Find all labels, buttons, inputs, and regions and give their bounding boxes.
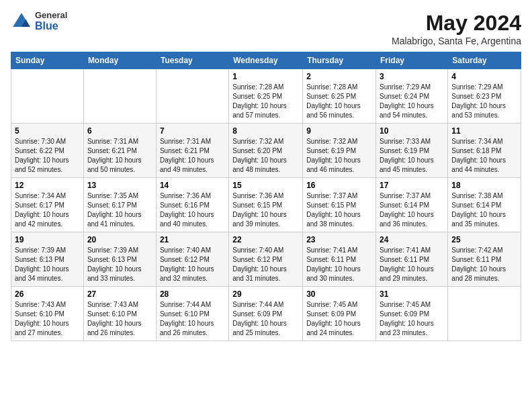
calendar-week-row: 19Sunrise: 7:39 AM Sunset: 6:13 PM Dayli…	[11, 232, 521, 287]
calendar-cell: 24Sunrise: 7:41 AM Sunset: 6:11 PM Dayli…	[376, 232, 448, 287]
calendar-cell: 5Sunrise: 7:30 AM Sunset: 6:22 PM Daylig…	[11, 124, 84, 178]
weekday-header: Thursday	[303, 52, 376, 69]
day-number: 28	[160, 289, 225, 299]
day-number: 6	[87, 126, 152, 136]
day-info: Sunrise: 7:31 AM Sunset: 6:21 PM Dayligh…	[160, 137, 225, 175]
calendar-cell: 19Sunrise: 7:39 AM Sunset: 6:13 PM Dayli…	[11, 232, 84, 287]
calendar-cell	[11, 69, 84, 124]
day-number: 31	[380, 289, 444, 299]
day-info: Sunrise: 7:37 AM Sunset: 6:14 PM Dayligh…	[380, 191, 444, 229]
title-block: May 2024 Malabrigo, Santa Fe, Argentina	[392, 11, 521, 46]
day-info: Sunrise: 7:45 AM Sunset: 6:09 PM Dayligh…	[306, 300, 372, 338]
calendar-cell: 3Sunrise: 7:29 AM Sunset: 6:24 PM Daylig…	[376, 69, 448, 124]
day-info: Sunrise: 7:34 AM Sunset: 6:18 PM Dayligh…	[451, 137, 517, 175]
day-info: Sunrise: 7:36 AM Sunset: 6:15 PM Dayligh…	[232, 191, 299, 229]
calendar-cell: 29Sunrise: 7:44 AM Sunset: 6:09 PM Dayli…	[229, 287, 303, 341]
location: Malabrigo, Santa Fe, Argentina	[392, 36, 521, 46]
weekday-header: Tuesday	[156, 52, 228, 69]
calendar-week-row: 1Sunrise: 7:28 AM Sunset: 6:25 PM Daylig…	[11, 69, 521, 124]
day-info: Sunrise: 7:44 AM Sunset: 6:10 PM Dayligh…	[160, 300, 225, 338]
page-header: General Blue May 2024 Malabrigo, Santa F…	[11, 11, 521, 46]
day-number: 17	[380, 181, 444, 190]
calendar-cell: 20Sunrise: 7:39 AM Sunset: 6:13 PM Dayli…	[83, 232, 156, 287]
day-info: Sunrise: 7:39 AM Sunset: 6:13 PM Dayligh…	[87, 246, 152, 283]
day-number: 30	[306, 289, 372, 299]
day-number: 3	[380, 72, 444, 81]
calendar-week-row: 5Sunrise: 7:30 AM Sunset: 6:22 PM Daylig…	[11, 124, 521, 178]
day-info: Sunrise: 7:40 AM Sunset: 6:12 PM Dayligh…	[232, 246, 299, 283]
day-info: Sunrise: 7:41 AM Sunset: 6:11 PM Dayligh…	[380, 246, 444, 283]
day-number: 20	[87, 235, 152, 244]
day-number: 25	[451, 235, 517, 244]
calendar-cell: 17Sunrise: 7:37 AM Sunset: 6:14 PM Dayli…	[376, 178, 448, 232]
calendar-cell: 30Sunrise: 7:45 AM Sunset: 6:09 PM Dayli…	[303, 287, 376, 341]
calendar-cell: 13Sunrise: 7:35 AM Sunset: 6:17 PM Dayli…	[83, 178, 156, 232]
calendar-cell: 31Sunrise: 7:45 AM Sunset: 6:09 PM Dayli…	[376, 287, 448, 341]
day-info: Sunrise: 7:29 AM Sunset: 6:23 PM Dayligh…	[451, 83, 517, 120]
day-number: 18	[451, 181, 517, 190]
day-info: Sunrise: 7:30 AM Sunset: 6:22 PM Dayligh…	[15, 137, 80, 175]
day-number: 24	[380, 235, 444, 244]
calendar-cell: 25Sunrise: 7:42 AM Sunset: 6:11 PM Dayli…	[448, 232, 521, 287]
day-info: Sunrise: 7:28 AM Sunset: 6:25 PM Dayligh…	[232, 83, 299, 120]
day-number: 21	[160, 235, 225, 244]
calendar-cell: 14Sunrise: 7:36 AM Sunset: 6:16 PM Dayli…	[156, 178, 228, 232]
calendar-cell: 8Sunrise: 7:32 AM Sunset: 6:20 PM Daylig…	[229, 124, 303, 178]
calendar-cell: 10Sunrise: 7:33 AM Sunset: 6:19 PM Dayli…	[376, 124, 448, 178]
day-number: 29	[232, 289, 299, 299]
day-info: Sunrise: 7:38 AM Sunset: 6:14 PM Dayligh…	[451, 191, 517, 229]
day-info: Sunrise: 7:43 AM Sunset: 6:10 PM Dayligh…	[87, 300, 152, 338]
day-info: Sunrise: 7:41 AM Sunset: 6:11 PM Dayligh…	[306, 246, 372, 283]
day-info: Sunrise: 7:33 AM Sunset: 6:19 PM Dayligh…	[380, 137, 444, 175]
logo-blue: Blue	[35, 20, 67, 32]
day-number: 8	[232, 126, 299, 136]
day-number: 10	[380, 126, 444, 136]
day-info: Sunrise: 7:35 AM Sunset: 6:17 PM Dayligh…	[87, 191, 152, 229]
weekday-header: Friday	[376, 52, 448, 69]
calendar-cell: 26Sunrise: 7:43 AM Sunset: 6:10 PM Dayli…	[11, 287, 84, 341]
day-info: Sunrise: 7:32 AM Sunset: 6:20 PM Dayligh…	[232, 137, 299, 175]
calendar-cell	[83, 69, 156, 124]
day-number: 14	[160, 181, 225, 190]
calendar-cell: 1Sunrise: 7:28 AM Sunset: 6:25 PM Daylig…	[229, 69, 303, 124]
calendar-cell: 27Sunrise: 7:43 AM Sunset: 6:10 PM Dayli…	[83, 287, 156, 341]
day-info: Sunrise: 7:32 AM Sunset: 6:19 PM Dayligh…	[306, 137, 372, 175]
calendar-cell: 15Sunrise: 7:36 AM Sunset: 6:15 PM Dayli…	[229, 178, 303, 232]
weekday-header: Wednesday	[229, 52, 303, 69]
logo-general: General	[35, 11, 67, 20]
day-number: 1	[232, 72, 299, 81]
weekday-header: Monday	[83, 52, 156, 69]
calendar-cell: 22Sunrise: 7:40 AM Sunset: 6:12 PM Dayli…	[229, 232, 303, 287]
calendar-week-row: 12Sunrise: 7:34 AM Sunset: 6:17 PM Dayli…	[11, 178, 521, 232]
day-info: Sunrise: 7:43 AM Sunset: 6:10 PM Dayligh…	[15, 300, 80, 338]
calendar-cell: 12Sunrise: 7:34 AM Sunset: 6:17 PM Dayli…	[11, 178, 84, 232]
calendar-cell: 28Sunrise: 7:44 AM Sunset: 6:10 PM Dayli…	[156, 287, 228, 341]
day-number: 2	[306, 72, 372, 81]
day-info: Sunrise: 7:40 AM Sunset: 6:12 PM Dayligh…	[160, 246, 225, 283]
day-number: 11	[451, 126, 517, 136]
calendar-cell: 9Sunrise: 7:32 AM Sunset: 6:19 PM Daylig…	[303, 124, 376, 178]
day-number: 12	[15, 181, 80, 190]
month-year: May 2024	[392, 11, 521, 36]
calendar-cell: 2Sunrise: 7:28 AM Sunset: 6:25 PM Daylig…	[303, 69, 376, 124]
logo-icon	[11, 11, 32, 32]
day-number: 4	[451, 72, 517, 81]
day-info: Sunrise: 7:29 AM Sunset: 6:24 PM Dayligh…	[380, 83, 444, 120]
day-number: 13	[87, 181, 152, 190]
calendar-week-row: 26Sunrise: 7:43 AM Sunset: 6:10 PM Dayli…	[11, 287, 521, 341]
day-number: 19	[15, 235, 80, 244]
day-number: 16	[306, 181, 372, 190]
day-info: Sunrise: 7:37 AM Sunset: 6:15 PM Dayligh…	[306, 191, 372, 229]
calendar-header-row: SundayMondayTuesdayWednesdayThursdayFrid…	[11, 52, 521, 69]
calendar-cell: 4Sunrise: 7:29 AM Sunset: 6:23 PM Daylig…	[448, 69, 521, 124]
day-info: Sunrise: 7:36 AM Sunset: 6:16 PM Dayligh…	[160, 191, 225, 229]
calendar-cell: 23Sunrise: 7:41 AM Sunset: 6:11 PM Dayli…	[303, 232, 376, 287]
day-info: Sunrise: 7:31 AM Sunset: 6:21 PM Dayligh…	[87, 137, 152, 175]
calendar-cell: 18Sunrise: 7:38 AM Sunset: 6:14 PM Dayli…	[448, 178, 521, 232]
logo-text: General Blue	[35, 11, 67, 32]
day-number: 26	[15, 289, 80, 299]
calendar-cell: 16Sunrise: 7:37 AM Sunset: 6:15 PM Dayli…	[303, 178, 376, 232]
day-number: 23	[306, 235, 372, 244]
day-info: Sunrise: 7:39 AM Sunset: 6:13 PM Dayligh…	[15, 246, 80, 283]
day-number: 15	[232, 181, 299, 190]
